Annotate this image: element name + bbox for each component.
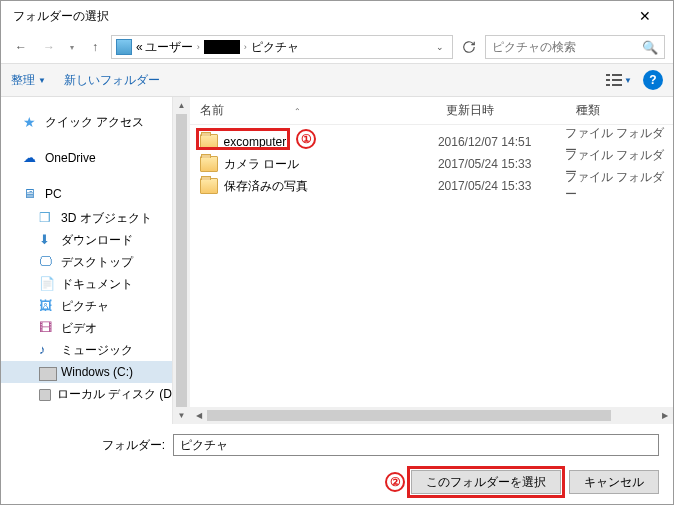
select-folder-button[interactable]: このフォルダーを選択 xyxy=(411,470,561,494)
sidebar-item-downloads[interactable]: ⬇ダウンロード xyxy=(1,229,172,251)
close-button[interactable]: ✕ xyxy=(625,2,665,30)
sidebar-item-windows-c[interactable]: Windows (C:) xyxy=(1,361,172,383)
sidebar-item-desktop[interactable]: 🖵デスクトップ xyxy=(1,251,172,273)
folder-icon xyxy=(200,156,218,172)
file-list: excomputer 2016/12/07 14:51 ファイル フォルダー カ… xyxy=(190,125,673,407)
sidebar-item-localdisk[interactable]: ローカル ディスク (D xyxy=(1,383,172,405)
file-row[interactable]: 保存済みの写真 2017/05/24 15:33 ファイル フォルダー xyxy=(190,175,673,197)
sidebar-item-videos[interactable]: 🎞ビデオ xyxy=(1,317,172,339)
crumb-back: « xyxy=(136,40,143,54)
history-dropdown[interactable]: ▾ xyxy=(65,43,79,52)
up-button[interactable]: ↑ xyxy=(83,35,107,59)
address-dropdown[interactable]: ⌄ xyxy=(432,42,448,52)
search-box[interactable]: 🔍 xyxy=(485,35,665,59)
file-date: 2017/05/24 15:33 xyxy=(438,179,565,193)
scroll-down-button[interactable]: ▼ xyxy=(173,407,190,424)
window-title: フォルダーの選択 xyxy=(9,8,109,25)
annotation-circle-2: ② xyxy=(385,472,405,492)
scroll-track[interactable] xyxy=(207,407,656,424)
crumb-pictures[interactable]: ピクチャ xyxy=(251,39,299,56)
titlebar: フォルダーの選択 ✕ xyxy=(1,1,673,31)
annotation-circle-1: ① xyxy=(296,129,316,149)
scroll-up-button[interactable]: ▲ xyxy=(173,97,190,114)
crumb-redacted[interactable] xyxy=(204,40,240,54)
nav-bar: ← → ▾ ↑ « ユーザー › › ピクチャ ⌄ 🔍 xyxy=(1,31,673,63)
scroll-right-button[interactable]: ▶ xyxy=(656,407,673,424)
bottom-panel: フォルダー: ② このフォルダーを選択 キャンセル xyxy=(1,424,673,504)
svg-rect-0 xyxy=(606,74,610,76)
back-button[interactable]: ← xyxy=(9,35,33,59)
file-name: カメラ ロール xyxy=(224,156,438,173)
cancel-button[interactable]: キャンセル xyxy=(569,470,659,494)
scroll-left-button[interactable]: ◀ xyxy=(190,407,207,424)
svg-rect-5 xyxy=(612,84,622,86)
sidebar-item-quickaccess[interactable]: ★クイック アクセス xyxy=(1,111,172,133)
sidebar-item-documents[interactable]: 📄ドキュメント xyxy=(1,273,172,295)
sidebar-item-music[interactable]: ♪ミュージック xyxy=(1,339,172,361)
body: ★クイック アクセス ☁OneDrive 🖥PC ❒3D オブジェクト ⬇ダウン… xyxy=(1,97,673,424)
file-name: 保存済みの写真 xyxy=(224,178,438,195)
address-bar[interactable]: « ユーザー › › ピクチャ ⌄ xyxy=(111,35,453,59)
sidebar-item-pictures[interactable]: 🖼ピクチャ xyxy=(1,295,172,317)
cube-icon: ❒ xyxy=(39,210,55,226)
new-folder-button[interactable]: 新しいフォルダー xyxy=(64,72,160,89)
folder-icon xyxy=(200,134,218,150)
folder-icon xyxy=(116,39,132,55)
h-scrollbar[interactable]: ◀ ▶ xyxy=(190,407,673,424)
button-row: ② このフォルダーを選択 キャンセル xyxy=(15,470,659,494)
col-date[interactable]: 更新日時 xyxy=(446,102,576,119)
folder-icon xyxy=(200,178,218,194)
download-icon: ⬇ xyxy=(39,232,55,248)
svg-rect-3 xyxy=(612,79,622,81)
search-input[interactable] xyxy=(492,40,642,54)
sidebar-item-pc[interactable]: 🖥PC xyxy=(1,183,172,205)
file-date: 2016/12/07 14:51 xyxy=(438,135,565,149)
folder-field-row: フォルダー: xyxy=(15,434,659,456)
scroll-thumb[interactable] xyxy=(207,410,611,421)
file-date: 2017/05/24 15:33 xyxy=(438,157,565,171)
crumb-users[interactable]: ユーザー xyxy=(145,39,193,56)
col-type[interactable]: 種類 xyxy=(576,102,673,119)
caret-down-icon: ▼ xyxy=(38,76,46,85)
folder-input[interactable] xyxy=(173,434,659,456)
cloud-icon: ☁ xyxy=(23,150,39,166)
folder-label: フォルダー: xyxy=(15,437,165,454)
file-type: ファイル フォルダー xyxy=(565,169,673,203)
column-headers: 名前⌃ 更新日時 種類 xyxy=(190,97,673,125)
pc-icon: 🖥 xyxy=(23,186,39,202)
star-icon: ★ xyxy=(23,114,39,130)
forward-button: → xyxy=(37,35,61,59)
sidebar-item-onedrive[interactable]: ☁OneDrive xyxy=(1,147,172,169)
desktop-icon: 🖵 xyxy=(39,254,55,270)
chevron-right-icon: › xyxy=(242,42,249,52)
sidebar-item-3dobjects[interactable]: ❒3D オブジェクト xyxy=(1,207,172,229)
col-name[interactable]: 名前⌃ xyxy=(200,102,446,119)
svg-rect-4 xyxy=(606,84,610,86)
drive-icon xyxy=(39,389,51,401)
help-button[interactable]: ? xyxy=(643,70,663,90)
document-icon: 📄 xyxy=(39,276,55,292)
caret-down-icon: ▼ xyxy=(624,76,632,85)
svg-rect-1 xyxy=(612,74,622,76)
svg-rect-2 xyxy=(606,79,610,81)
breadcrumb[interactable]: « ユーザー › › ピクチャ xyxy=(136,39,299,56)
sidebar-scrollbar[interactable]: ▲ ▼ xyxy=(173,97,190,424)
pictures-icon: 🖼 xyxy=(39,298,55,314)
organize-menu[interactable]: 整理 ▼ xyxy=(11,72,46,89)
refresh-button[interactable] xyxy=(457,35,481,59)
search-icon: 🔍 xyxy=(642,40,658,55)
file-pane: 名前⌃ 更新日時 種類 excomputer 2016/12/07 14:51 … xyxy=(190,97,673,424)
sort-caret-icon: ⌃ xyxy=(294,107,301,116)
view-options-button[interactable]: ▼ xyxy=(605,69,633,91)
toolbar: 整理 ▼ 新しいフォルダー ▼ ? xyxy=(1,63,673,97)
file-name: excomputer xyxy=(224,135,438,149)
music-icon: ♪ xyxy=(39,342,55,358)
video-icon: 🎞 xyxy=(39,320,55,336)
drive-icon xyxy=(39,367,55,379)
scroll-thumb[interactable] xyxy=(176,114,187,407)
chevron-right-icon: › xyxy=(195,42,202,52)
sidebar: ★クイック アクセス ☁OneDrive 🖥PC ❒3D オブジェクト ⬇ダウン… xyxy=(1,97,173,424)
